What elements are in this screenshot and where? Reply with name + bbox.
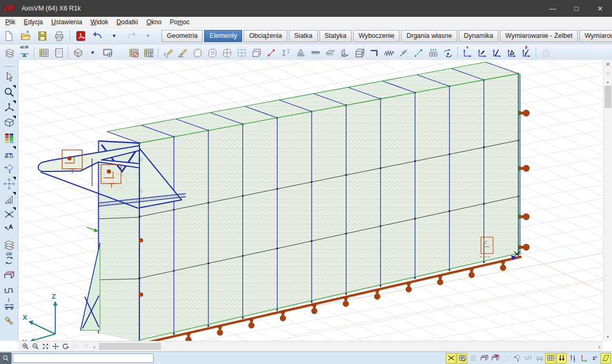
domain-button[interactable] xyxy=(190,46,205,59)
cross-section-button[interactable] xyxy=(278,46,293,59)
annotation-tool[interactable]: A xyxy=(2,222,16,237)
dof-angle-button[interactable]: β xyxy=(519,46,534,59)
scroll-left-button[interactable]: ‹ xyxy=(91,342,98,351)
tab-geometria[interactable]: Geometria xyxy=(162,30,203,42)
link-element-button[interactable] xyxy=(411,46,426,59)
drawing-library-dropdown[interactable]: ▾ xyxy=(85,46,100,59)
status-search-button[interactable] xyxy=(0,352,12,364)
zoom-in-button[interactable] xyxy=(21,342,31,351)
spring-button[interactable] xyxy=(382,46,396,59)
report-maker-button[interactable] xyxy=(51,46,66,59)
save-button[interactable] xyxy=(34,29,51,43)
color-coding-tool[interactable] xyxy=(2,130,16,145)
zoom-tool[interactable] xyxy=(2,85,16,99)
table-browser-button[interactable] xyxy=(36,46,51,59)
nodal-support-button[interactable] xyxy=(293,46,308,59)
virtual-desk-active-indicator[interactable] xyxy=(490,353,500,363)
views-tool[interactable] xyxy=(2,100,16,115)
draw-line-button[interactable] xyxy=(175,46,190,59)
local-axes-toggle[interactable] xyxy=(578,353,589,363)
cross-section-table-button[interactable] xyxy=(141,46,156,59)
undo-button[interactable] xyxy=(89,29,106,43)
virtual-desk-tool[interactable] xyxy=(2,268,16,282)
scroll-up-button[interactable]: ▲ xyxy=(604,78,612,86)
vertical-scroll-thumb[interactable] xyxy=(605,86,611,108)
base-level-button[interactable]: ±0.00 xyxy=(17,46,32,59)
renumber-tool[interactable]: 123 xyxy=(2,252,16,267)
line-support-button[interactable] xyxy=(308,46,323,59)
selection-tool[interactable] xyxy=(2,69,16,84)
toolbar-grip[interactable] xyxy=(4,64,14,67)
save-to-drawing-library-button[interactable] xyxy=(100,46,115,59)
domain-operations-button[interactable] xyxy=(219,46,234,59)
minimize-button[interactable]: — xyxy=(541,0,565,17)
maximize-button[interactable]: □ xyxy=(565,0,588,17)
zoom-out-button[interactable] xyxy=(31,342,41,351)
tab-wymiarowanie-stal[interactable]: Wymiarowanie - Stal xyxy=(579,30,612,42)
undo-dropdown[interactable]: ▾ xyxy=(106,29,123,43)
tab-dynamika[interactable]: Dynamika xyxy=(459,30,499,42)
rib-button[interactable] xyxy=(337,46,352,59)
dof-x-button[interactable]: x xyxy=(460,46,475,59)
end-wall[interactable] xyxy=(98,141,139,341)
surface-support-button[interactable] xyxy=(323,46,337,59)
auto-intersect-toggle[interactable] xyxy=(446,353,456,363)
print-button[interactable] xyxy=(51,29,67,43)
menu-item-plik[interactable]: Plik xyxy=(1,17,19,27)
material-table-button[interactable] xyxy=(126,46,141,59)
numbering-toggle[interactable]: 1² xyxy=(589,353,600,363)
domain-mesh-button[interactable] xyxy=(234,46,249,59)
perspective-toggle[interactable] xyxy=(600,353,611,363)
tab-drgania-własne[interactable]: Drgania własne xyxy=(401,30,457,42)
tab-wymiarowanie-żelbet[interactable]: Wymiarowanie - Żelbet xyxy=(500,30,578,42)
workplanes-tool[interactable] xyxy=(2,115,16,130)
layers-button[interactable] xyxy=(2,46,17,59)
horizontal-scroll-thumb[interactable] xyxy=(99,343,161,350)
tab-elementy[interactable]: Elementy xyxy=(204,30,242,42)
tab-statyka[interactable]: Statyka xyxy=(319,30,352,42)
edge-beam-button[interactable] xyxy=(367,46,382,59)
domain-hole-button[interactable] xyxy=(205,46,219,59)
menu-item-pomoc[interactable]: Pomoc xyxy=(166,17,194,27)
tab-obciążenia[interactable]: Obciążenia xyxy=(244,30,287,42)
display-grid-toggle[interactable] xyxy=(545,353,556,363)
menu-item-dodatki[interactable]: Dodatki xyxy=(112,17,142,27)
geometry-tools-tool[interactable] xyxy=(2,191,16,206)
domain-copy-button[interactable] xyxy=(249,46,264,59)
menu-item-widok[interactable]: Widok xyxy=(86,17,112,27)
new-file-button[interactable] xyxy=(0,29,17,43)
parts-tool[interactable] xyxy=(2,237,16,252)
virtual-beam-tool[interactable]: ∫ xyxy=(2,298,16,313)
scroll-right-button[interactable]: › xyxy=(596,342,603,351)
transform-tool[interactable] xyxy=(2,146,16,160)
structural-grid-tool[interactable] xyxy=(2,176,16,191)
mesh-adjust-toggle[interactable] xyxy=(457,353,467,363)
drawing-library-button[interactable] xyxy=(71,46,85,59)
dof-plane-button[interactable] xyxy=(504,46,519,59)
open-file-button[interactable] xyxy=(17,29,34,43)
render-tool[interactable] xyxy=(2,314,16,328)
close-button[interactable]: ✕ xyxy=(588,0,612,17)
path-tool[interactable] xyxy=(2,283,16,298)
frame-button[interactable] xyxy=(352,46,367,59)
pan-button[interactable] xyxy=(51,342,61,351)
dimension-indicator[interactable] xyxy=(512,353,523,363)
menu-item-edycja[interactable]: Edycja xyxy=(19,17,47,27)
intersection-tool[interactable] xyxy=(2,207,16,221)
edge-hinge-button[interactable] xyxy=(426,46,440,59)
zoom-fit-button[interactable] xyxy=(41,342,51,351)
close-view-button[interactable]: ✕ xyxy=(604,60,612,69)
gusset-plate[interactable] xyxy=(81,243,100,330)
draw-node-button[interactable] xyxy=(160,46,175,59)
gravity-direction-toggle[interactable] xyxy=(556,353,567,363)
load-display-toggle[interactable] xyxy=(567,353,578,363)
virtual-desk-indicator[interactable] xyxy=(479,353,489,363)
model-canvas[interactable]: Z X Y xyxy=(18,60,603,341)
menu-item-ustawienia[interactable]: Ustawienia xyxy=(47,17,86,27)
dof-line-button[interactable] xyxy=(489,46,504,59)
gap-element-button[interactable] xyxy=(396,46,411,59)
menu-item-okno[interactable]: Okno xyxy=(142,17,166,27)
restore-view-button[interactable]: □ xyxy=(604,69,612,78)
scroll-down-button[interactable]: ▼ xyxy=(604,333,612,341)
command-line-input[interactable] xyxy=(13,353,154,363)
